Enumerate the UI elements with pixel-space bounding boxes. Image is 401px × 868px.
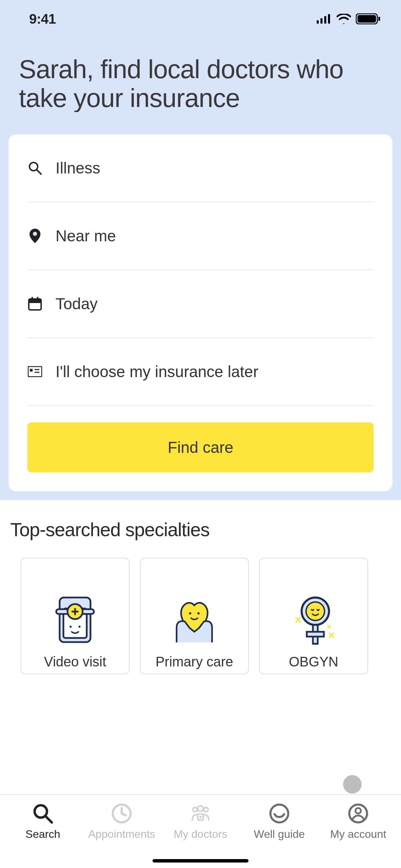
nav-label: Search [25, 828, 60, 841]
svg-point-7 [29, 162, 38, 171]
svg-rect-15 [30, 369, 33, 372]
insurance-value: I'll choose my insurance later [56, 362, 258, 381]
nav-my-doctors[interactable]: My doctors [163, 803, 238, 841]
status-time: 9:41 [29, 11, 56, 27]
date-value: Today [56, 294, 98, 313]
specialty-card-primary-care[interactable]: Primary care [140, 558, 249, 674]
svg-rect-3 [328, 14, 330, 24]
smile-icon [268, 803, 290, 824]
nav-label: My account [330, 828, 386, 841]
svg-point-27 [197, 612, 200, 615]
svg-rect-6 [378, 17, 380, 21]
home-indicator [153, 859, 248, 863]
specialty-label: Primary care [156, 654, 233, 670]
battery-icon [356, 13, 380, 24]
svg-line-36 [122, 813, 126, 816]
wifi-icon [337, 14, 351, 24]
location-icon [27, 228, 42, 243]
nav-label: Appointments [88, 828, 155, 841]
svg-rect-0 [317, 20, 319, 24]
date-field[interactable]: Today [27, 270, 374, 338]
svg-rect-2 [324, 16, 326, 24]
specialty-label: Video visit [44, 654, 106, 670]
nav-appointments[interactable]: Appointments [84, 803, 159, 841]
svg-point-20 [70, 626, 72, 628]
search-icon [32, 803, 54, 824]
doctors-icon [190, 803, 211, 824]
svg-rect-31 [307, 632, 324, 637]
nav-label: Well guide [254, 828, 305, 841]
insurance-field[interactable]: I'll choose my insurance later [27, 338, 374, 406]
search-card-wrap: Illness Near me Today I'll choose my ins… [0, 112, 401, 500]
specialty-card-video-visit[interactable]: Video visit [21, 558, 130, 674]
greeting-text: Sarah, find local doctors who take your … [19, 55, 382, 112]
signal-icon [317, 14, 332, 24]
svg-point-29 [306, 602, 325, 620]
floating-indicator-dot [343, 775, 362, 794]
location-field[interactable]: Near me [27, 202, 374, 270]
svg-rect-5 [357, 15, 376, 23]
search-icon [27, 160, 42, 176]
obgyn-icon [286, 592, 341, 647]
svg-point-26 [189, 612, 191, 615]
calendar-icon [27, 296, 42, 311]
svg-line-8 [37, 170, 41, 174]
svg-rect-11 [29, 299, 41, 303]
account-icon [347, 803, 369, 824]
status-icons [317, 13, 380, 24]
nav-search[interactable]: Search [5, 803, 81, 841]
location-value: Near me [56, 227, 116, 245]
svg-point-9 [33, 232, 37, 236]
specialties-row[interactable]: Video visit Primary care [10, 558, 391, 674]
svg-point-43 [270, 805, 288, 822]
find-care-button[interactable]: Find care [27, 422, 374, 472]
status-bar: 9:41 [0, 0, 401, 38]
svg-rect-13 [37, 297, 38, 300]
search-card: Illness Near me Today I'll choose my ins… [9, 134, 392, 491]
svg-point-45 [355, 808, 361, 813]
primary-care-icon [167, 592, 222, 647]
search-query-field[interactable]: Illness [27, 134, 374, 202]
clock-icon [111, 803, 133, 824]
insurance-card-icon [27, 364, 42, 379]
video-visit-icon [48, 592, 102, 647]
svg-rect-1 [320, 18, 323, 24]
search-query-value: Illness [56, 159, 100, 177]
svg-point-38 [204, 807, 208, 812]
greeting-wrap: Sarah, find local doctors who take your … [0, 38, 401, 112]
nav-label: My doctors [174, 828, 227, 841]
svg-point-21 [78, 626, 81, 628]
svg-point-37 [193, 807, 197, 812]
svg-rect-12 [32, 297, 33, 300]
bottom-nav: Search Appointments My doctors Well guid… [0, 794, 401, 868]
specialties-section: Top-searched specialties Video visit [0, 500, 401, 794]
specialty-card-obgyn[interactable]: OBGYN [259, 558, 368, 674]
svg-point-39 [198, 806, 203, 811]
specialty-label: OBGYN [289, 654, 338, 670]
specialties-title: Top-searched specialties [10, 519, 391, 541]
svg-line-33 [46, 816, 52, 822]
nav-my-account[interactable]: My account [320, 803, 396, 841]
nav-well-guide[interactable]: Well guide [242, 803, 317, 841]
